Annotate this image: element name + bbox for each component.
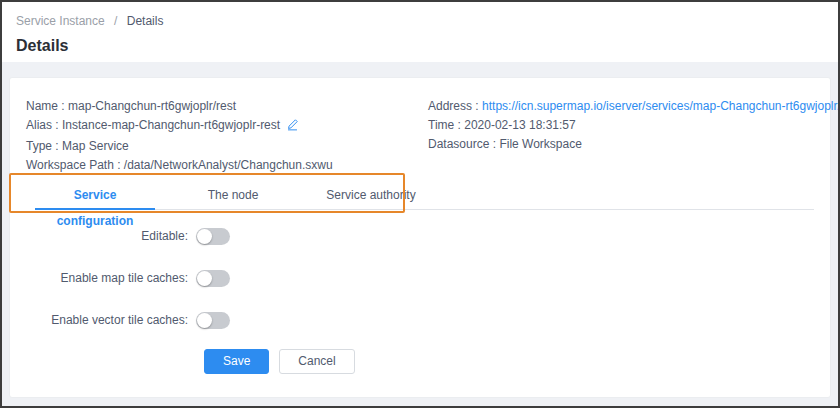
form-buttons: Save Cancel (204, 349, 814, 374)
cancel-button[interactable]: Cancel (279, 349, 354, 374)
form-row-map-tile-caches: Enable map tile caches: (26, 269, 814, 287)
workspace-path-label: Workspace Path (26, 158, 114, 172)
info-column-right: Address : https://icn.supermap.io/iserve… (428, 97, 840, 175)
colon: : (52, 118, 62, 132)
colon: : (489, 137, 499, 151)
service-configuration-form: Editable: Enable map tile caches: Enable… (26, 227, 814, 374)
tab-service-authority[interactable]: Service authority (311, 182, 431, 210)
colon: : (454, 118, 464, 132)
colon: : (472, 99, 482, 113)
colon: : (58, 99, 68, 113)
name-label: Name (26, 99, 58, 113)
info-row-alias: Alias : Instance-map-Changchun-rt6gwjopl… (26, 116, 428, 137)
vector-tile-caches-label: Enable vector tile caches: (26, 313, 196, 327)
toggle-knob (197, 229, 212, 244)
colon: : (114, 158, 124, 172)
toggle-knob (197, 271, 212, 286)
colon: : (52, 139, 62, 153)
tab-service-configuration[interactable]: Service configuration (35, 182, 155, 210)
form-row-vector-tile-caches: Enable vector tile caches: (26, 311, 814, 329)
page-body: Name : map-Changchun-rt6gwjoplr/rest Ali… (2, 62, 838, 406)
address-label: Address (428, 99, 472, 113)
service-info-section: Name : map-Changchun-rt6gwjoplr/rest Ali… (26, 78, 814, 175)
name-value: map-Changchun-rt6gwjoplr/rest (68, 99, 236, 113)
datasource-label: Datasource (428, 137, 489, 151)
info-row-type: Type : Map Service (26, 137, 428, 156)
vector-tile-caches-toggle[interactable] (196, 312, 230, 329)
breadcrumb-service-instance[interactable]: Service Instance (16, 14, 105, 28)
time-value: 2020-02-13 18:31:57 (464, 118, 575, 132)
datasource-value: File Workspace (499, 137, 581, 151)
workspace-path-value: /data/NetworkAnalyst/Changchun.sxwu (124, 158, 333, 172)
type-label: Type (26, 139, 52, 153)
editable-toggle[interactable] (196, 228, 230, 245)
info-row-time: Time : 2020-02-13 18:31:57 (428, 116, 840, 135)
alias-value: Instance-map-Changchun-rt6gwjoplr-rest (62, 118, 280, 132)
editable-label: Editable: (26, 229, 196, 243)
map-tile-caches-label: Enable map tile caches: (26, 271, 196, 285)
info-row-workspace-path: Workspace Path : /data/NetworkAnalyst/Ch… (26, 156, 428, 175)
alias-label: Alias (26, 118, 52, 132)
type-value: Map Service (62, 139, 129, 153)
breadcrumb-details: Details (127, 14, 164, 28)
info-row-name: Name : map-Changchun-rt6gwjoplr/rest (26, 97, 428, 116)
time-label: Time (428, 118, 454, 132)
page-header: Service Instance / Details Details (2, 2, 838, 62)
info-column-left: Name : map-Changchun-rt6gwjoplr/rest Ali… (26, 97, 428, 175)
form-row-editable: Editable: (26, 227, 814, 245)
map-tile-caches-toggle[interactable] (196, 270, 230, 287)
breadcrumb-separator: / (114, 14, 117, 28)
save-button[interactable]: Save (204, 349, 269, 374)
info-row-datasource: Datasource : File Workspace (428, 135, 840, 154)
details-card: Name : map-Changchun-rt6gwjoplr/rest Ali… (9, 77, 831, 398)
info-row-address: Address : https://icn.supermap.io/iserve… (428, 97, 840, 116)
breadcrumb: Service Instance / Details (16, 14, 824, 28)
edit-pencil-icon[interactable] (286, 118, 299, 137)
tab-bar: Service configuration The node Service a… (35, 182, 814, 210)
tab-the-node[interactable]: The node (173, 182, 293, 210)
toggle-knob (197, 313, 212, 328)
service-address-link[interactable]: https://icn.supermap.io/iserver/services… (482, 99, 840, 113)
page-title: Details (16, 37, 824, 55)
